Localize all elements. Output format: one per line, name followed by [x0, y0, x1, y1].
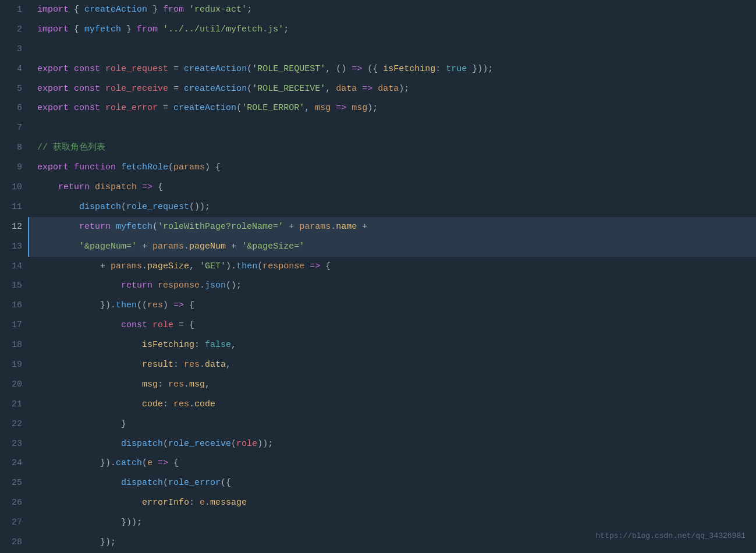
code-line-20: msg: res.msg, — [37, 375, 756, 395]
code-content: import { createAction } from 'redux-act'… — [28, 0, 756, 553]
line-num-8: 8 — [6, 138, 22, 158]
code-line-21: code: res.code — [37, 395, 756, 414]
line-numbers: 1 2 3 4 5 6 7 8 9 10 11 12 13 14 15 16 1… — [0, 0, 28, 553]
line-num-1: 1 — [6, 0, 22, 20]
code-line-24: }).catch(e => { — [37, 453, 756, 473]
line-num-24: 24 — [6, 453, 22, 473]
code-line-16: }).then((res) => { — [37, 296, 756, 316]
code-line-12: return myfetch('roleWithPage?roleName=' … — [28, 217, 756, 237]
line-num-5: 5 — [6, 79, 22, 99]
code-line-14: + params.pageSize, 'GET').then(response … — [37, 257, 756, 276]
line-num-23: 23 — [6, 434, 22, 454]
code-line-26: errorInfo: e.message — [37, 493, 756, 513]
line-num-17: 17 — [6, 316, 22, 335]
code-line-23: dispatch(role_receive(role)); — [37, 434, 756, 454]
code-line-19: result: res.data, — [37, 355, 756, 375]
code-line-8: // 获取角色列表 — [37, 138, 756, 158]
line-num-15: 15 — [6, 276, 22, 296]
line-num-27: 27 — [6, 513, 22, 533]
line-num-22: 22 — [6, 414, 22, 434]
code-line-1: import { createAction } from 'redux-act'… — [37, 0, 756, 20]
code-line-17: const role = { — [37, 316, 756, 335]
code-line-5: export const role_receive = createAction… — [37, 79, 756, 99]
code-line-3 — [37, 40, 756, 59]
line-num-18: 18 — [6, 335, 22, 355]
line-num-10: 10 — [6, 178, 22, 197]
code-line-13: '&pageNum=' + params.pageNum + '&pageSiz… — [28, 237, 756, 257]
line-num-20: 20 — [6, 375, 22, 395]
line-num-13: 13 — [6, 237, 22, 257]
line-num-21: 21 — [6, 395, 22, 414]
code-line-4: export const role_request = createAction… — [37, 59, 756, 79]
line-num-7: 7 — [6, 118, 22, 138]
line-num-12: 12 — [6, 217, 22, 237]
code-line-10: return dispatch => { — [37, 178, 756, 197]
code-line-7 — [37, 118, 756, 138]
code-line-18: isFetching: false, — [37, 335, 756, 355]
line-num-14: 14 — [6, 257, 22, 276]
watermark: https://blog.csdn.net/qq_34326981 — [596, 526, 746, 546]
line-num-4: 4 — [6, 59, 22, 79]
line-num-6: 6 — [6, 98, 22, 118]
line-num-3: 3 — [6, 40, 22, 59]
code-editor: 1 2 3 4 5 6 7 8 9 10 11 12 13 14 15 16 1… — [0, 0, 756, 553]
line-num-16: 16 — [6, 296, 22, 316]
code-line-22: } — [37, 414, 756, 434]
code-line-11: dispatch(role_request()); — [37, 197, 756, 217]
line-num-25: 25 — [6, 473, 22, 493]
code-line-15: return response.json(); — [37, 276, 756, 296]
code-line-25: dispatch(role_error({ — [37, 473, 756, 493]
line-num-26: 26 — [6, 493, 22, 513]
code-line-9: export function fetchRole(params) { — [37, 158, 756, 178]
code-line-2: import { myfetch } from '../../util/myfe… — [37, 20, 756, 40]
line-num-11: 11 — [6, 197, 22, 217]
line-num-28: 28 — [6, 533, 22, 552]
line-num-9: 9 — [6, 158, 22, 178]
line-num-19: 19 — [6, 355, 22, 375]
line-num-2: 2 — [6, 20, 22, 40]
code-line-6: export const role_error = createAction('… — [37, 98, 756, 118]
